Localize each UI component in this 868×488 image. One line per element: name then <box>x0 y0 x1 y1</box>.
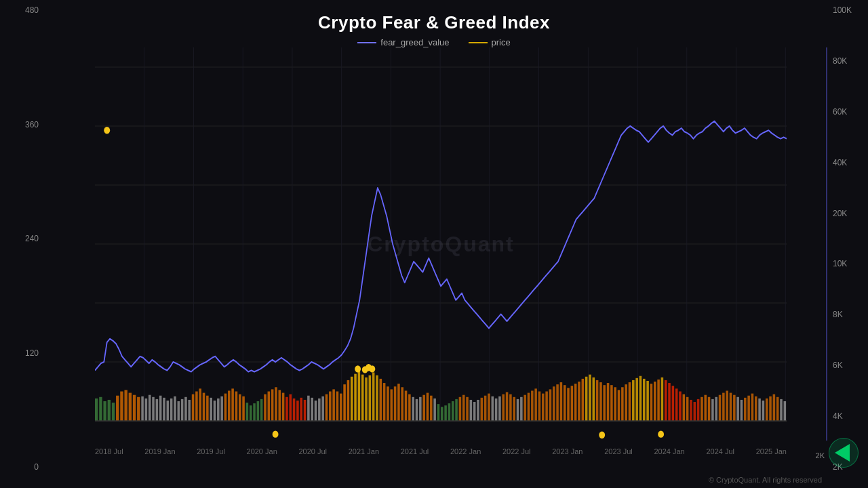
svg-rect-149 <box>564 385 566 421</box>
svg-rect-113 <box>433 399 436 421</box>
svg-rect-89 <box>347 380 350 421</box>
svg-rect-209 <box>780 399 783 421</box>
svg-rect-28 <box>124 390 127 421</box>
svg-rect-155 <box>585 377 588 421</box>
svg-rect-96 <box>372 373 375 421</box>
svg-rect-115 <box>441 407 443 421</box>
svg-rect-34 <box>149 395 151 421</box>
svg-rect-25 <box>112 403 115 421</box>
svg-rect-78 <box>307 396 310 421</box>
svg-rect-141 <box>534 388 537 421</box>
svg-rect-55 <box>224 394 227 421</box>
svg-rect-146 <box>553 386 555 421</box>
svg-rect-152 <box>574 384 577 421</box>
svg-rect-112 <box>430 396 433 421</box>
x-label-2024-jul: 2024 Jul <box>706 447 734 455</box>
svg-rect-111 <box>427 393 429 421</box>
svg-rect-39 <box>167 401 170 421</box>
svg-point-217 <box>599 432 605 439</box>
svg-rect-24 <box>108 400 111 421</box>
svg-rect-180 <box>675 388 678 421</box>
svg-rect-135 <box>513 397 515 421</box>
svg-rect-142 <box>538 392 541 422</box>
svg-rect-22 <box>99 397 102 421</box>
svg-rect-61 <box>246 403 249 421</box>
svg-rect-190 <box>711 399 714 421</box>
svg-rect-130 <box>495 399 498 421</box>
y-axis-left: 480 360 240 120 0 <box>0 0 44 488</box>
x-label-2022-jan: 2022 Jan <box>450 447 481 455</box>
svg-rect-69 <box>275 387 277 421</box>
svg-rect-49 <box>203 393 205 421</box>
svg-rect-154 <box>582 379 585 421</box>
svg-rect-64 <box>257 401 260 421</box>
x-label-2023-jan: 2023 Jan <box>552 447 583 455</box>
svg-rect-158 <box>596 380 599 421</box>
svg-rect-90 <box>351 377 353 421</box>
legend-line-price <box>469 42 488 43</box>
x-label-2024-jan: 2024 Jan <box>654 447 684 455</box>
svg-rect-201 <box>751 394 754 421</box>
x-label-2019-jul: 2019 Jul <box>197 447 225 455</box>
svg-rect-153 <box>578 382 580 421</box>
y-right-8k: 8K <box>833 310 843 319</box>
svg-rect-136 <box>517 399 519 421</box>
svg-rect-77 <box>304 400 307 421</box>
svg-rect-87 <box>340 394 342 421</box>
svg-rect-173 <box>650 384 653 421</box>
chart-title: Crypto Fear & Greed Index <box>0 0 868 37</box>
current-time-line <box>826 47 827 441</box>
svg-rect-168 <box>632 380 635 421</box>
svg-rect-23 <box>103 401 106 421</box>
svg-rect-36 <box>156 399 159 421</box>
svg-rect-204 <box>762 401 765 421</box>
svg-rect-102 <box>394 386 397 421</box>
svg-point-213 <box>355 365 361 372</box>
svg-rect-82 <box>321 396 324 421</box>
svg-rect-35 <box>152 397 155 421</box>
chart-area: CryptoQuant <box>95 47 787 441</box>
svg-rect-46 <box>192 394 195 421</box>
svg-rect-114 <box>437 404 440 421</box>
svg-rect-181 <box>679 392 682 422</box>
svg-rect-75 <box>296 401 299 421</box>
y-axis-right: 100K 80K 60K 40K 20K 10K 8K 6K 4K 2K <box>827 0 868 488</box>
x-label-2019-jan: 2019 Jan <box>144 447 175 455</box>
svg-rect-80 <box>315 401 317 421</box>
svg-rect-88 <box>343 384 346 421</box>
svg-rect-197 <box>736 397 739 421</box>
svg-rect-104 <box>401 387 403 421</box>
svg-rect-200 <box>747 396 750 421</box>
svg-rect-163 <box>614 387 616 421</box>
svg-rect-83 <box>326 394 328 421</box>
svg-rect-119 <box>455 399 458 421</box>
svg-rect-117 <box>448 403 451 421</box>
svg-rect-92 <box>358 371 361 421</box>
svg-rect-137 <box>520 397 523 421</box>
svg-rect-157 <box>593 378 595 421</box>
svg-rect-151 <box>571 386 574 421</box>
svg-rect-70 <box>279 390 281 421</box>
copyright-text: © CryptoQuant. All rights reserved <box>709 476 822 484</box>
svg-rect-183 <box>686 397 689 421</box>
svg-rect-205 <box>766 399 768 421</box>
svg-point-218 <box>658 431 664 438</box>
legend-fear-greed: fear_greed_value <box>357 37 449 47</box>
svg-rect-106 <box>408 394 411 421</box>
svg-rect-32 <box>141 396 144 421</box>
svg-point-212 <box>273 431 279 438</box>
svg-rect-38 <box>163 398 165 421</box>
svg-rect-65 <box>260 399 263 421</box>
svg-rect-171 <box>643 379 646 421</box>
y-right-40k: 40K <box>833 158 847 167</box>
svg-rect-99 <box>383 383 386 421</box>
svg-rect-85 <box>332 389 335 421</box>
svg-rect-100 <box>387 386 389 421</box>
svg-rect-210 <box>784 401 787 421</box>
svg-rect-148 <box>560 382 563 421</box>
svg-rect-47 <box>195 392 198 422</box>
svg-rect-43 <box>181 399 184 421</box>
svg-point-216 <box>369 365 375 372</box>
x-label-2021-jul: 2021 Jul <box>401 447 429 455</box>
y-left-0: 0 <box>34 462 39 472</box>
